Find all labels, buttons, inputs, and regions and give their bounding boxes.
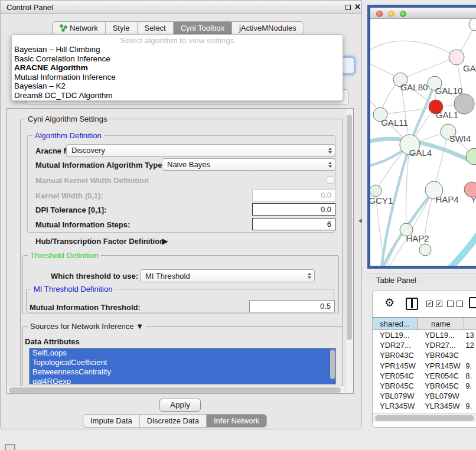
network-node[interactable] xyxy=(419,244,431,256)
network-window-titlebar[interactable] xyxy=(370,8,476,19)
tab-label: Select xyxy=(145,24,166,32)
table-cell: 8. xyxy=(464,371,476,381)
algorithm-dropdown-list: Select algorithm to view settings Bayesi… xyxy=(11,34,343,101)
close-traffic-light[interactable] xyxy=(376,11,383,17)
table-row[interactable]: YIL052CYIL052C9 xyxy=(373,412,476,413)
tab-impute-data[interactable]: Impute Data xyxy=(83,415,140,427)
manual-kernel-checkbox[interactable] xyxy=(327,176,334,184)
table-cell: YPR145W xyxy=(373,361,418,371)
control-panel-window: Control Panel ✕ NetworkStyleSelectCyni T… xyxy=(0,0,362,429)
dropdown-placeholder: Select algorithm to view settings xyxy=(12,35,343,45)
table-cell: YIL052C xyxy=(373,412,418,413)
node-label: HAP2 xyxy=(406,233,429,243)
tab-label: Cyni Toolbox xyxy=(181,24,224,32)
v-scrollbar-thumb[interactable] xyxy=(347,115,352,340)
unchecked-box-icon[interactable] xyxy=(457,301,463,307)
apply-button[interactable]: Apply xyxy=(159,399,201,412)
control-panel-titlebar[interactable]: Control Panel ✕ xyxy=(1,1,361,14)
table-row[interactable]: YDL19...YDL19...13 xyxy=(373,330,476,340)
list-scrollbar-thumb[interactable] xyxy=(330,350,335,379)
algorithm-option[interactable]: Bayesian – Hill Climbing xyxy=(12,45,343,54)
column-header-cut[interactable] xyxy=(464,318,476,330)
group-title: Cyni Algorithm Settings xyxy=(25,115,109,123)
table-h-thumb[interactable] xyxy=(375,415,474,421)
gear-icon[interactable]: ⚙ xyxy=(384,296,395,309)
table-header: shared...name xyxy=(373,317,476,330)
network-node[interactable] xyxy=(466,148,476,165)
tab-select[interactable]: Select xyxy=(138,22,174,34)
checked-box-icon[interactable]: ✓ xyxy=(426,301,433,307)
table-cell: YBR045C xyxy=(373,381,418,391)
algorithm-option[interactable]: Basic Correlation Inference xyxy=(12,54,343,64)
network-node-gcy1[interactable] xyxy=(370,185,382,197)
table-row[interactable]: YLR345WYLR345W9. xyxy=(373,401,476,411)
combo-arrows-icon xyxy=(325,162,335,168)
mi-threshold-input[interactable]: 0.5 xyxy=(249,300,335,312)
focused-combo-fragment[interactable] xyxy=(341,57,354,74)
tab-style[interactable]: Style xyxy=(106,22,138,34)
mi-steps-label: Mutual Information Steps: xyxy=(35,220,130,229)
horizontal-scrollbar[interactable] xyxy=(7,386,345,393)
kernel-width-input[interactable]: 0.0 xyxy=(252,189,335,201)
columns-icon[interactable] xyxy=(406,298,418,310)
tab-infer-network[interactable]: Infer Network xyxy=(207,415,266,427)
unchecked-box-icon[interactable] xyxy=(447,301,454,307)
splitter-collapse-icon[interactable] xyxy=(358,219,362,223)
dpi-tolerance-input[interactable]: 0.0 xyxy=(252,203,335,216)
hub-definition-label[interactable]: Hub/Transcription Factor Definition xyxy=(35,237,164,246)
h-scrollbar-thumb[interactable] xyxy=(9,387,341,393)
table-cell: YLR345W xyxy=(373,401,418,411)
mini-float-icon[interactable] xyxy=(5,444,15,450)
network-node-gal[interactable] xyxy=(449,50,464,65)
vertical-scrollbar[interactable] xyxy=(345,109,353,394)
table-row[interactable]: YPR145WYPR145W9. xyxy=(373,361,476,371)
aracne-mode-combo[interactable]: Discovery xyxy=(66,144,335,156)
attribute-item[interactable]: TopologicalCoefficient xyxy=(30,358,335,367)
node-label: GCY1 xyxy=(370,195,393,206)
data-attributes-label: Data Attributes xyxy=(25,337,80,346)
tab-label: jActiveMNodules xyxy=(239,24,296,32)
checked-box-icon[interactable]: ✓ xyxy=(436,301,442,307)
close-icon[interactable]: ✕ xyxy=(354,2,361,11)
table-doc-icon[interactable] xyxy=(469,297,476,308)
network-edge xyxy=(400,57,457,80)
minimize-traffic-light[interactable] xyxy=(388,11,395,17)
table-row[interactable]: YBL079WYBL079W xyxy=(373,391,476,401)
table-row[interactable]: YBR043CYBR043C xyxy=(373,350,476,360)
settings-scrollpane: Cyni Algorithm Settings Algorithm Defini… xyxy=(6,108,354,394)
table-row[interactable]: YBR045CYBR045C9. xyxy=(373,381,476,391)
attribute-item[interactable]: BetweennessCentrality xyxy=(30,367,335,377)
table-cell: YBR043C xyxy=(418,350,464,360)
table-row[interactable]: YER054CYER054C8. xyxy=(373,371,476,381)
zoom-traffic-light[interactable] xyxy=(400,11,406,17)
attribute-item[interactable]: gal4RGexp xyxy=(30,377,335,384)
algorithm-option[interactable]: Dream8 DC_TDC Algorithm xyxy=(12,91,343,100)
mi-type-combo[interactable]: Naive Bayes xyxy=(162,158,335,171)
mi-steps-input[interactable]: 6 xyxy=(252,218,335,230)
expand-arrow-icon[interactable]: ▼ xyxy=(136,322,144,331)
algorithm-option[interactable]: ARACNE Algorithm xyxy=(12,63,343,73)
network-node[interactable] xyxy=(469,19,476,31)
attribute-item[interactable]: SelfLoops xyxy=(30,348,335,358)
collapse-arrow-icon[interactable]: ▶ xyxy=(162,236,168,246)
tab-network[interactable]: Network xyxy=(53,22,106,34)
which-threshold-combo[interactable]: MI Threshold xyxy=(140,269,315,282)
tab-cyni-toolbox[interactable]: Cyni Toolbox xyxy=(174,22,232,34)
table-cell xyxy=(464,350,476,360)
column-header-shared...[interactable]: shared... xyxy=(373,318,418,330)
node-label: GAL11 xyxy=(381,118,408,128)
table-cell: 9. xyxy=(464,361,476,371)
column-header-name[interactable]: name xyxy=(418,318,464,330)
tab-jactivemnodules[interactable]: jActiveMNodules xyxy=(232,22,304,34)
panel-title: Control Panel xyxy=(6,3,53,12)
network-graph[interactable]: GALGAL80GAL10GAL1GAL11SWI4GAL4GCY1HAP4YH… xyxy=(370,19,476,266)
table-row[interactable]: YDR27...YDR27...12 xyxy=(373,340,476,350)
table-cell: YBR045C xyxy=(418,381,464,391)
algorithm-option[interactable]: Mutual Information Inference xyxy=(12,73,343,82)
float-icon[interactable] xyxy=(345,5,351,10)
table-h-scrollbar[interactable] xyxy=(373,413,476,422)
table-cell: YPR145W xyxy=(418,361,464,371)
network-canvas[interactable]: GALGAL80GAL10GAL1GAL11SWI4GAL4GCY1HAP4YH… xyxy=(370,19,476,266)
algorithm-option[interactable]: Bayesian – K2 xyxy=(12,81,343,91)
tab-discretize-data[interactable]: Discretize Data xyxy=(140,415,207,427)
